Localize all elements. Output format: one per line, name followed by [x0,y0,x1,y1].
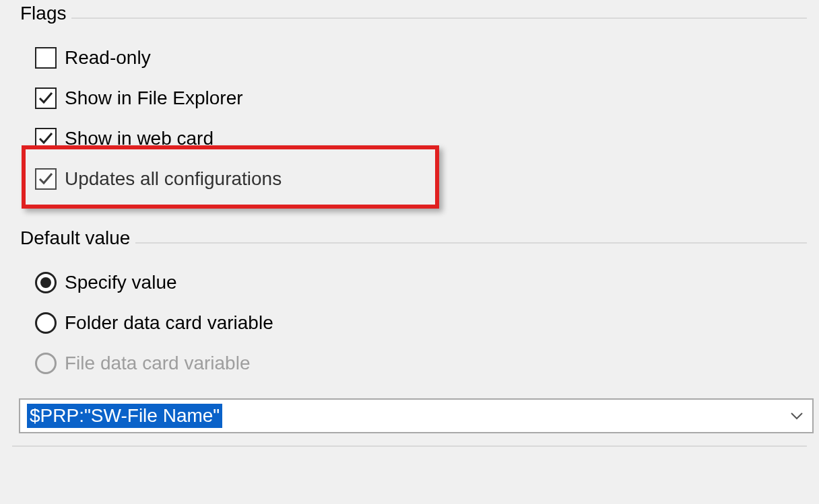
default-value-group: Default value Specify value Folder data … [12,227,807,386]
radio-icon [35,353,57,374]
flag-label: Read-only [65,48,151,67]
radio-label: Specify value [65,273,177,292]
radio-specify-value-row[interactable]: Specify value [34,262,793,303]
radio-icon[interactable] [35,272,57,293]
bottom-divider [12,445,807,447]
radio-file-variable-row: File data card variable [34,343,793,384]
flag-show-file-explorer-row[interactable]: Show in File Explorer [34,78,793,118]
default-value-legend: Default value [12,227,135,249]
radio-label: Folder data card variable [65,314,273,332]
checkbox-icon[interactable] [35,87,57,109]
default-value-body: Specify value Folder data card variable … [12,249,807,386]
radio-label: File data card variable [65,354,250,373]
flag-read-only-row[interactable]: Read-only [34,38,793,78]
combo-selected-value: $PRP:"SW-File Name" [27,404,222,428]
chevron-down-icon [790,411,804,421]
combo-dropdown-button[interactable] [781,400,812,432]
flags-group: Flags Read-only Show in File Explorer Sh… [12,3,807,202]
checkbox-icon[interactable] [35,47,57,69]
default-value-combo[interactable]: $PRP:"SW-File Name" [19,398,814,433]
flags-body: Read-only Show in File Explorer Show in … [12,24,807,202]
group-divider [12,17,807,19]
flag-label: Show in File Explorer [65,89,243,108]
combo-text[interactable]: $PRP:"SW-File Name" [20,400,781,432]
highlight-annotation [22,145,439,209]
flags-legend: Flags [12,3,71,24]
radio-folder-variable-row[interactable]: Folder data card variable [34,303,793,343]
radio-icon[interactable] [35,312,57,334]
